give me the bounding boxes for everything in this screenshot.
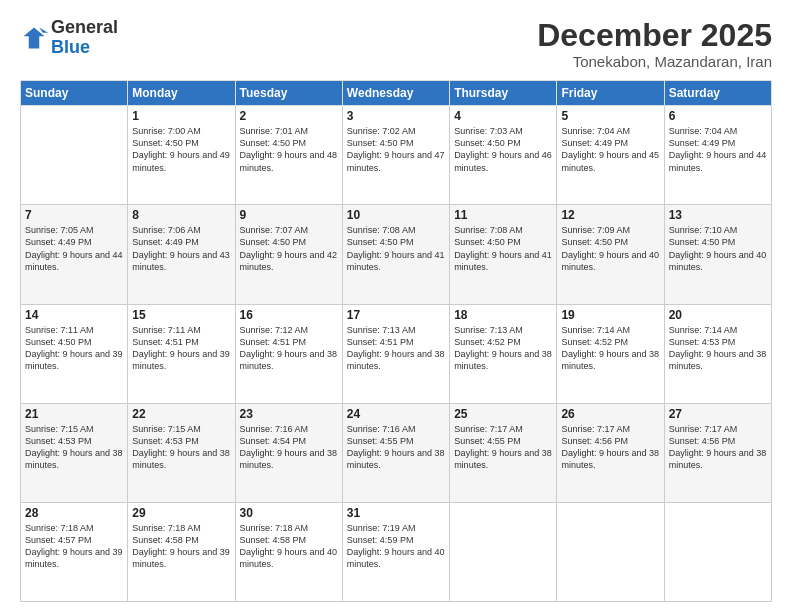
weekday-header-thursday: Thursday [450,81,557,106]
day-info: Sunrise: 7:03 AMSunset: 4:50 PMDaylight:… [454,125,552,174]
day-info: Sunrise: 7:14 AMSunset: 4:53 PMDaylight:… [669,324,767,373]
day-number: 4 [454,109,552,123]
logo-text: General Blue [51,18,118,58]
location-subtitle: Tonekabon, Mazandaran, Iran [537,53,772,70]
day-number: 15 [132,308,230,322]
calendar-cell [21,106,128,205]
calendar-cell: 29Sunrise: 7:18 AMSunset: 4:58 PMDayligh… [128,502,235,601]
calendar-cell: 20Sunrise: 7:14 AMSunset: 4:53 PMDayligh… [664,304,771,403]
day-number: 10 [347,208,445,222]
weekday-header-tuesday: Tuesday [235,81,342,106]
calendar-cell: 11Sunrise: 7:08 AMSunset: 4:50 PMDayligh… [450,205,557,304]
day-info: Sunrise: 7:04 AMSunset: 4:49 PMDaylight:… [561,125,659,174]
day-info: Sunrise: 7:11 AMSunset: 4:51 PMDaylight:… [132,324,230,373]
day-number: 30 [240,506,338,520]
weekday-header-saturday: Saturday [664,81,771,106]
day-info: Sunrise: 7:00 AMSunset: 4:50 PMDaylight:… [132,125,230,174]
day-info: Sunrise: 7:01 AMSunset: 4:50 PMDaylight:… [240,125,338,174]
day-info: Sunrise: 7:09 AMSunset: 4:50 PMDaylight:… [561,224,659,273]
day-number: 12 [561,208,659,222]
logo-general: General [51,17,118,37]
day-number: 17 [347,308,445,322]
calendar-cell: 15Sunrise: 7:11 AMSunset: 4:51 PMDayligh… [128,304,235,403]
day-info: Sunrise: 7:19 AMSunset: 4:59 PMDaylight:… [347,522,445,571]
day-info: Sunrise: 7:17 AMSunset: 4:55 PMDaylight:… [454,423,552,472]
day-info: Sunrise: 7:18 AMSunset: 4:58 PMDaylight:… [132,522,230,571]
calendar-cell: 18Sunrise: 7:13 AMSunset: 4:52 PMDayligh… [450,304,557,403]
calendar-cell: 23Sunrise: 7:16 AMSunset: 4:54 PMDayligh… [235,403,342,502]
calendar-cell [450,502,557,601]
day-number: 19 [561,308,659,322]
logo-icon [20,24,48,52]
day-number: 8 [132,208,230,222]
calendar-cell: 28Sunrise: 7:18 AMSunset: 4:57 PMDayligh… [21,502,128,601]
calendar-cell [664,502,771,601]
calendar-cell: 21Sunrise: 7:15 AMSunset: 4:53 PMDayligh… [21,403,128,502]
weekday-header-row: SundayMondayTuesdayWednesdayThursdayFrid… [21,81,772,106]
day-info: Sunrise: 7:16 AMSunset: 4:55 PMDaylight:… [347,423,445,472]
day-number: 31 [347,506,445,520]
calendar-cell: 17Sunrise: 7:13 AMSunset: 4:51 PMDayligh… [342,304,449,403]
day-number: 24 [347,407,445,421]
calendar-week-5: 28Sunrise: 7:18 AMSunset: 4:57 PMDayligh… [21,502,772,601]
calendar-cell: 5Sunrise: 7:04 AMSunset: 4:49 PMDaylight… [557,106,664,205]
header: General Blue December 2025 Tonekabon, Ma… [20,18,772,70]
day-number: 11 [454,208,552,222]
calendar-cell: 19Sunrise: 7:14 AMSunset: 4:52 PMDayligh… [557,304,664,403]
day-number: 6 [669,109,767,123]
calendar-table: SundayMondayTuesdayWednesdayThursdayFrid… [20,80,772,602]
calendar-cell: 12Sunrise: 7:09 AMSunset: 4:50 PMDayligh… [557,205,664,304]
calendar-cell: 6Sunrise: 7:04 AMSunset: 4:49 PMDaylight… [664,106,771,205]
calendar-cell: 16Sunrise: 7:12 AMSunset: 4:51 PMDayligh… [235,304,342,403]
logo-blue: Blue [51,37,90,57]
svg-marker-1 [39,27,48,32]
calendar-cell: 7Sunrise: 7:05 AMSunset: 4:49 PMDaylight… [21,205,128,304]
month-title: December 2025 [537,18,772,53]
calendar-week-4: 21Sunrise: 7:15 AMSunset: 4:53 PMDayligh… [21,403,772,502]
weekday-header-wednesday: Wednesday [342,81,449,106]
day-info: Sunrise: 7:02 AMSunset: 4:50 PMDaylight:… [347,125,445,174]
day-info: Sunrise: 7:12 AMSunset: 4:51 PMDaylight:… [240,324,338,373]
day-number: 23 [240,407,338,421]
day-info: Sunrise: 7:17 AMSunset: 4:56 PMDaylight:… [561,423,659,472]
day-info: Sunrise: 7:10 AMSunset: 4:50 PMDaylight:… [669,224,767,273]
day-number: 28 [25,506,123,520]
calendar-cell: 10Sunrise: 7:08 AMSunset: 4:50 PMDayligh… [342,205,449,304]
day-info: Sunrise: 7:18 AMSunset: 4:57 PMDaylight:… [25,522,123,571]
calendar-cell: 9Sunrise: 7:07 AMSunset: 4:50 PMDaylight… [235,205,342,304]
calendar-cell: 3Sunrise: 7:02 AMSunset: 4:50 PMDaylight… [342,106,449,205]
day-number: 29 [132,506,230,520]
day-number: 1 [132,109,230,123]
day-info: Sunrise: 7:16 AMSunset: 4:54 PMDaylight:… [240,423,338,472]
day-info: Sunrise: 7:05 AMSunset: 4:49 PMDaylight:… [25,224,123,273]
day-info: Sunrise: 7:14 AMSunset: 4:52 PMDaylight:… [561,324,659,373]
calendar-cell: 1Sunrise: 7:00 AMSunset: 4:50 PMDaylight… [128,106,235,205]
calendar-cell: 2Sunrise: 7:01 AMSunset: 4:50 PMDaylight… [235,106,342,205]
calendar-cell: 4Sunrise: 7:03 AMSunset: 4:50 PMDaylight… [450,106,557,205]
calendar-cell: 30Sunrise: 7:18 AMSunset: 4:58 PMDayligh… [235,502,342,601]
calendar-page: General Blue December 2025 Tonekabon, Ma… [0,0,792,612]
day-number: 2 [240,109,338,123]
calendar-cell: 13Sunrise: 7:10 AMSunset: 4:50 PMDayligh… [664,205,771,304]
calendar-cell: 22Sunrise: 7:15 AMSunset: 4:53 PMDayligh… [128,403,235,502]
day-number: 16 [240,308,338,322]
day-number: 7 [25,208,123,222]
day-number: 14 [25,308,123,322]
calendar-cell: 8Sunrise: 7:06 AMSunset: 4:49 PMDaylight… [128,205,235,304]
calendar-cell: 31Sunrise: 7:19 AMSunset: 4:59 PMDayligh… [342,502,449,601]
day-number: 3 [347,109,445,123]
day-info: Sunrise: 7:13 AMSunset: 4:51 PMDaylight:… [347,324,445,373]
day-number: 21 [25,407,123,421]
calendar-cell: 27Sunrise: 7:17 AMSunset: 4:56 PMDayligh… [664,403,771,502]
day-info: Sunrise: 7:11 AMSunset: 4:50 PMDaylight:… [25,324,123,373]
day-info: Sunrise: 7:15 AMSunset: 4:53 PMDaylight:… [132,423,230,472]
day-info: Sunrise: 7:08 AMSunset: 4:50 PMDaylight:… [347,224,445,273]
day-info: Sunrise: 7:13 AMSunset: 4:52 PMDaylight:… [454,324,552,373]
day-number: 27 [669,407,767,421]
day-info: Sunrise: 7:17 AMSunset: 4:56 PMDaylight:… [669,423,767,472]
weekday-header-friday: Friday [557,81,664,106]
day-info: Sunrise: 7:08 AMSunset: 4:50 PMDaylight:… [454,224,552,273]
calendar-cell: 25Sunrise: 7:17 AMSunset: 4:55 PMDayligh… [450,403,557,502]
day-info: Sunrise: 7:07 AMSunset: 4:50 PMDaylight:… [240,224,338,273]
logo: General Blue [20,18,118,58]
